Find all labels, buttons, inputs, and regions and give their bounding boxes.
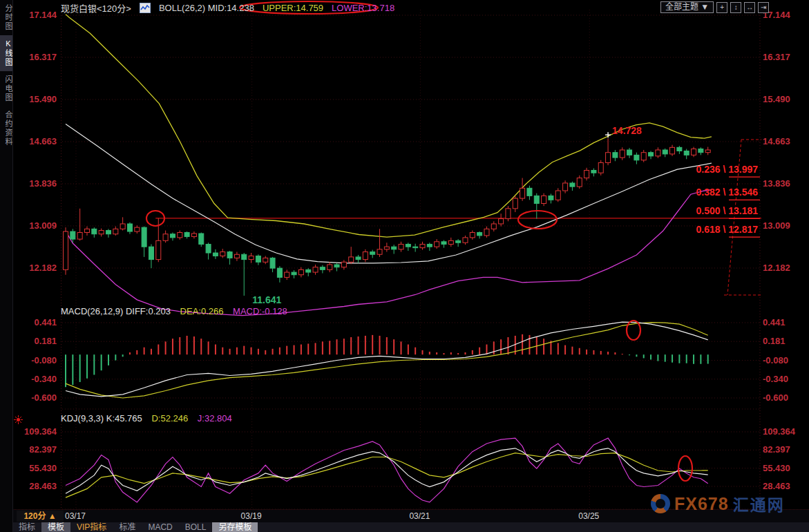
watermark: FX678 汇通网 [651,492,785,515]
candle-up [313,267,318,272]
macd-diff-line [66,322,708,397]
candle-down [149,247,153,259]
tab-模板[interactable]: 模板 [41,522,70,532]
kdj-axis-label-left: 109.364 [24,426,57,437]
chart-type-sidebar: 分时图K线图闪电图合约资料 [0,0,13,532]
sidebar-item-合约资料[interactable]: 合约资料 [0,106,12,151]
candle-up [620,150,625,158]
candle-up [491,224,496,229]
candle-up [542,196,546,203]
fx678-logo-icon [651,494,670,513]
candle-up [327,265,332,269]
candle-up [377,249,382,254]
candle-up [99,231,104,234]
candle-down [591,171,596,173]
candle-up [363,252,368,260]
candle-down [199,234,204,244]
macd-title-diff: MACD(26,12,9) DIFF:0.203 [61,306,171,316]
fib-level-label: 0.618 \ 12.817 [696,224,758,235]
candle-down [613,153,618,158]
macd-axis-label-left: -0.080 [31,355,57,365]
candle-up [263,258,268,262]
candle-down [677,147,682,151]
tab-BOLL[interactable]: BOLL [179,522,213,532]
main-axis-label-left: 17.144 [29,10,57,20]
chart-header: 现货白银<120分> BOLL(26,2) MID:14.238 UPPER:1… [61,1,394,15]
main-axis-label-left: 16.317 [29,52,57,62]
candle-up [513,198,517,209]
macd-axis-label-right: -0.080 [763,355,788,365]
candle-down [277,268,282,277]
candle-down [92,229,97,234]
macd-axis-label-left: -0.340 [31,374,57,384]
candle-down [698,149,703,153]
main-axis-label-right: 13.836 [763,178,790,189]
candle-down [213,253,218,256]
boll-mid-label: BOLL(26,2) MID:14.238 [159,3,254,13]
sidebar-item-K线图[interactable]: K线图 [0,35,12,71]
candle-down [206,244,211,253]
candle-down [334,265,339,267]
macd-axis-label-right: -0.340 [763,374,788,384]
candle-down [441,242,446,245]
date-label: 03/17 [65,511,86,521]
pan-tool-icon[interactable]: + [716,2,727,13]
watermark-brand: FX678 [674,494,729,514]
candle-up [191,234,196,236]
chart-canvas[interactable]: 17.14417.14416.31716.31715.49015.49014.6… [0,0,809,509]
candle-down [127,224,132,231]
candle-up [341,262,346,267]
main-axis-label-left: 15.490 [29,94,57,104]
tab-VIP指标[interactable]: VIP指标 [70,522,113,532]
sidebar-item-闪电图[interactable]: 闪电图 [0,71,12,106]
kdj-axis-label-left: 28.463 [29,481,57,491]
high-price-label: 14.728 [612,125,642,136]
low-price-label: 11.641 [252,294,281,305]
tab-指标[interactable]: 指标 [12,522,41,532]
macd-axis-label-right: 0.441 [763,317,786,327]
macd-header: MACD(26,12,9) DIFF:0.203 DEA:0.266 MACD:… [61,306,287,316]
candle-up [577,178,582,187]
candle-up [120,224,125,229]
timeframe-selector[interactable]: 120分 ▲ [17,511,64,522]
tab-标准[interactable]: 标准 [113,522,142,532]
date-label: 03/19 [241,511,262,521]
sidebar-item-分时图[interactable]: 分时图 [0,0,12,35]
theme-dropdown[interactable]: 全部主题 ▼ [660,1,714,13]
candle-down [270,258,275,268]
kdj-axis-label-left: 55.430 [29,463,57,473]
candle-down [534,196,539,203]
macd-axis-label-left: 0.181 [34,336,57,346]
toolbar-top-right: 全部主题 ▼ + ↕ ↔ ⇥ [660,1,769,13]
kdj-j-value: J:32.804 [198,413,232,424]
candle-up [463,238,468,243]
candle-up [399,244,403,249]
kdj-d-value: D:52.246 [151,413,188,424]
candle-up [249,256,254,259]
candle-down [227,252,232,258]
watermark-site: 汇通网 [733,492,785,515]
candle-down [549,196,553,200]
kdj-axis-label-left: 82.397 [29,444,57,455]
candle-up [641,153,646,160]
fib-level-label: 0.236 \ 13.997 [696,164,758,175]
candle-up [178,233,182,238]
candle-up [606,153,611,163]
main-axis-label-left: 13.009 [29,220,57,231]
candle-up [692,149,696,155]
kdj-axis-label-right: 55.430 [763,463,790,473]
candle-up [555,191,560,200]
candle-up [448,240,453,244]
tab-MACD[interactable]: MACD [142,522,178,532]
candle-down [370,252,375,255]
tab-另存模板[interactable]: 另存模板 [212,522,258,532]
candle-down [634,155,639,160]
candle-up [384,247,389,249]
zoom-horizontal-icon[interactable]: ↔ [744,2,755,13]
zoom-vertical-icon[interactable]: ↕ [730,2,741,13]
exit-panel-icon[interactable]: ⇥ [758,2,769,13]
indicator-chart-icon [140,3,151,13]
date-label: 03/21 [409,511,430,521]
candle-up [584,171,589,178]
candle-up [499,219,504,224]
